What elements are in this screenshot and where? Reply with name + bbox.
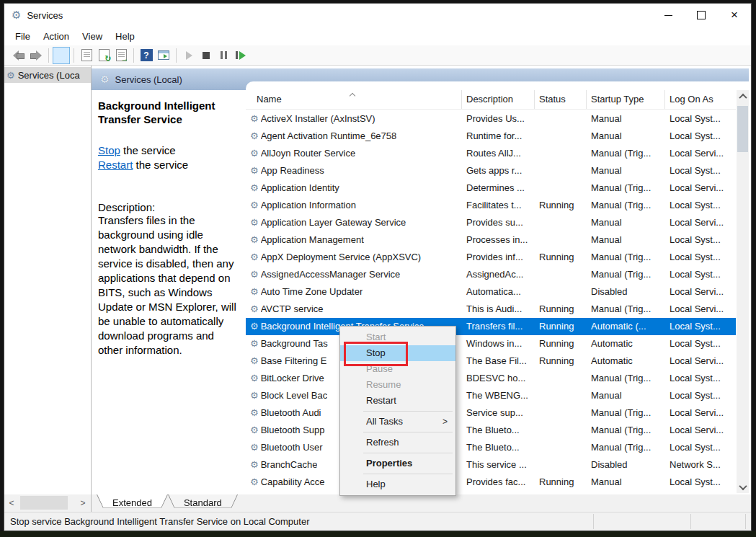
menu-bar: File Action View Help bbox=[4, 27, 751, 45]
service-name: Capability Acce bbox=[261, 474, 325, 491]
start-service-button[interactable] bbox=[180, 47, 197, 64]
service-startup-type: Manual (Trig... bbox=[587, 301, 665, 318]
table-row[interactable]: ⚙Capability Acce Provides fac... Running… bbox=[246, 474, 736, 491]
table-row[interactable]: ⚙Background Intelligent Transfer Service… bbox=[246, 318, 736, 335]
tree-horizontal-scrollbar[interactable]: < > bbox=[4, 494, 92, 512]
service-status: Running bbox=[535, 318, 587, 335]
service-log-on-as: Local Syst... bbox=[665, 249, 736, 266]
app-icon: ⚙ bbox=[12, 9, 21, 22]
context-menu-item-resume: Resume bbox=[340, 377, 455, 393]
service-status: Running bbox=[535, 352, 587, 370]
service-log-on-as: Local Servi... bbox=[665, 214, 736, 231]
table-row[interactable]: ⚙AssignedAccessManager Service AssignedA… bbox=[246, 266, 736, 283]
service-description: Service sup... bbox=[462, 404, 535, 422]
scroll-up-icon[interactable] bbox=[737, 90, 749, 102]
context-menu-item-stop[interactable]: Stop bbox=[340, 345, 455, 361]
table-row[interactable]: ⚙AppX Deployment Service (AppXSVC) Provi… bbox=[246, 249, 736, 266]
table-row[interactable]: ⚙ActiveX Installer (AxInstSV) Provides U… bbox=[246, 110, 736, 128]
service-status: Running bbox=[535, 249, 587, 266]
table-row[interactable]: ⚙Application Identity Determines ... Man… bbox=[246, 179, 736, 197]
refresh-button[interactable]: ↻ bbox=[95, 47, 112, 64]
show-action-pane-button[interactable] bbox=[155, 47, 172, 64]
column-header-startup-type[interactable]: Startup Type bbox=[587, 90, 665, 109]
stop-service-button[interactable] bbox=[197, 47, 215, 64]
restart-service-button[interactable] bbox=[232, 47, 249, 64]
table-row[interactable]: ⚙Bluetooth Supp The Blueto... Manual (Tr… bbox=[246, 422, 736, 439]
scroll-down-icon[interactable] bbox=[737, 481, 749, 493]
table-row[interactable]: ⚙App Readiness Gets apps r... Manual Loc… bbox=[246, 162, 736, 179]
show-console-tree-button[interactable] bbox=[53, 47, 70, 64]
table-row[interactable]: ⚙BranchCache This service ... Disabled N… bbox=[246, 456, 736, 474]
service-log-on-as: Network S... bbox=[665, 456, 736, 474]
table-row[interactable]: ⚙Application Layer Gateway Service Provi… bbox=[246, 214, 736, 231]
menu-action[interactable]: Action bbox=[37, 29, 76, 44]
forward-button[interactable] bbox=[27, 47, 45, 64]
column-header-name[interactable]: Name bbox=[246, 90, 462, 109]
help-button[interactable]: ? bbox=[138, 47, 155, 64]
service-status bbox=[535, 404, 587, 422]
table-row[interactable]: ⚙Bluetooth Audi Service sup... Manual (T… bbox=[246, 404, 736, 422]
service-startup-type: Manual (Trig... bbox=[587, 370, 665, 387]
menu-file[interactable]: File bbox=[9, 29, 37, 44]
description-label: Description: bbox=[98, 201, 240, 213]
close-button[interactable]: × bbox=[718, 4, 751, 27]
table-row[interactable]: ⚙Agent Activation Runtime_6e758 Runtime … bbox=[246, 128, 736, 145]
context-menu-item-restart[interactable]: Restart bbox=[340, 393, 455, 409]
start-icon bbox=[186, 51, 192, 60]
export-list-button[interactable]: → bbox=[112, 47, 130, 64]
service-description: Facilitates t... bbox=[462, 197, 535, 214]
context-menu-item-all-tasks[interactable]: All Tasks> bbox=[340, 414, 455, 430]
table-row[interactable]: ⚙Bluetooth User The Blueto... Manual (Tr… bbox=[246, 439, 736, 456]
service-startup-type: Manual (Trig... bbox=[587, 404, 665, 422]
screen-frame bbox=[0, 531, 756, 537]
restart-service-link[interactable]: Restart bbox=[98, 159, 133, 171]
service-log-on-as: Local Servi... bbox=[665, 301, 736, 318]
context-menu-item-refresh[interactable]: Refresh bbox=[340, 435, 455, 451]
service-status bbox=[535, 456, 587, 474]
service-description: The Blueto... bbox=[462, 439, 535, 456]
hscrollbar-thumb[interactable] bbox=[20, 496, 68, 510]
menu-help[interactable]: Help bbox=[109, 29, 141, 44]
properties-button[interactable] bbox=[78, 47, 95, 64]
table-row[interactable]: ⚙AllJoyn Router Service Routes AllJ... M… bbox=[246, 145, 736, 162]
column-header-description[interactable]: Description bbox=[462, 90, 535, 109]
pause-service-button[interactable] bbox=[215, 47, 232, 64]
column-header-log-on-as[interactable]: Log On As bbox=[665, 90, 736, 109]
service-gear-icon: ⚙ bbox=[250, 249, 259, 266]
context-menu-item-properties[interactable]: Properties bbox=[340, 456, 455, 471]
table-row[interactable]: ⚙AVCTP service This is Audi... Running M… bbox=[246, 301, 736, 318]
scroll-right-icon[interactable]: > bbox=[76, 494, 90, 512]
table-row[interactable]: ⚙Base Filtering E The Base Fil... Runnin… bbox=[246, 352, 736, 370]
service-startup-type: Disabled bbox=[587, 456, 665, 474]
service-startup-type: Manual bbox=[587, 110, 665, 128]
stop-service-link[interactable]: Stop bbox=[98, 144, 120, 156]
table-row[interactable]: ⚙Auto Time Zone Updater Automatica... Di… bbox=[246, 283, 736, 301]
table-row[interactable]: ⚙Application Information Facilitates t..… bbox=[246, 197, 736, 214]
service-description: Runtime for... bbox=[462, 128, 535, 145]
tab-extended[interactable]: Extended bbox=[97, 494, 168, 511]
table-row[interactable]: ⚙Background Tas Windows in... Running Au… bbox=[246, 335, 736, 352]
table-row[interactable]: ⚙Block Level Bac The WBENG... Manual Loc… bbox=[246, 387, 736, 404]
service-description: This is Audi... bbox=[462, 301, 535, 318]
service-status bbox=[535, 145, 587, 162]
menu-view[interactable]: View bbox=[76, 29, 109, 44]
table-row[interactable]: ⚙Application Management Processes in... … bbox=[246, 231, 736, 249]
service-name: Bluetooth Supp bbox=[261, 422, 325, 439]
service-description: Processes in... bbox=[462, 231, 535, 249]
table-row[interactable]: ⚙BitLocker Drive BDESVC ho... Manual (Tr… bbox=[246, 370, 736, 387]
maximize-button[interactable] bbox=[685, 4, 718, 27]
column-header-status[interactable]: Status bbox=[535, 90, 587, 109]
scroll-left-icon[interactable]: < bbox=[4, 494, 19, 512]
back-button[interactable] bbox=[10, 47, 27, 64]
service-name: Agent Activation Runtime_6e758 bbox=[261, 128, 397, 145]
service-status bbox=[535, 387, 587, 404]
service-description: Transfers fil... bbox=[462, 318, 535, 335]
service-description: Routes AllJ... bbox=[462, 145, 535, 162]
tab-standard[interactable]: Standard bbox=[168, 494, 238, 511]
context-menu-item-help[interactable]: Help bbox=[340, 476, 455, 492]
vertical-scrollbar[interactable] bbox=[737, 90, 749, 493]
minimize-button[interactable] bbox=[652, 4, 685, 27]
scrollbar-thumb[interactable] bbox=[737, 106, 748, 152]
service-gear-icon: ⚙ bbox=[250, 145, 259, 162]
sidebar-item-services-local[interactable]: ⚙ Services (Loca bbox=[4, 67, 91, 83]
